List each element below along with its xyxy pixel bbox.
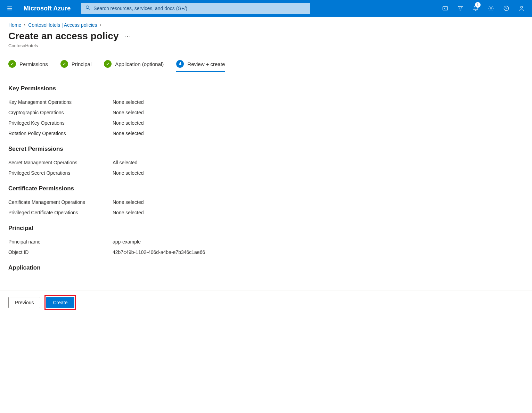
step-number-icon: 4 bbox=[176, 60, 184, 68]
step-label: Application (optional) bbox=[115, 61, 164, 67]
step-label: Principal bbox=[72, 61, 92, 67]
kv-key: Privileged Certificate Operations bbox=[8, 210, 113, 215]
kv-row: Object ID42b7c49b-1102-406d-a4ba-e7b346c… bbox=[8, 247, 524, 257]
kv-value: All selected bbox=[113, 160, 138, 165]
directories-filter-icon[interactable] bbox=[453, 0, 468, 17]
more-actions-icon[interactable]: ··· bbox=[124, 33, 132, 40]
kv-value: None selected bbox=[113, 99, 144, 105]
section-application-title: Application bbox=[8, 264, 524, 271]
section-certificate-permissions-title: Certificate Permissions bbox=[8, 185, 524, 192]
page-subtitle: ContosoHotels bbox=[0, 43, 532, 57]
feedback-icon[interactable] bbox=[514, 0, 529, 17]
previous-button[interactable]: Previous bbox=[8, 297, 40, 308]
kv-row: Rotation Policy OperationsNone selected bbox=[8, 128, 524, 139]
hamburger-menu-icon[interactable] bbox=[3, 1, 17, 15]
check-icon bbox=[60, 60, 68, 68]
chevron-right-icon: › bbox=[24, 23, 25, 27]
check-icon bbox=[104, 60, 112, 68]
kv-value: None selected bbox=[113, 199, 144, 205]
kv-key: Privileged Secret Operations bbox=[8, 170, 113, 176]
breadcrumb: Home › ContosoHotels | Access policies › bbox=[0, 17, 532, 31]
check-icon bbox=[8, 60, 16, 68]
kv-key: Secret Management Operations bbox=[8, 160, 113, 165]
kv-key: Certificate Management Operations bbox=[8, 199, 113, 205]
section-secret-permissions-title: Secret Permissions bbox=[8, 146, 524, 152]
kv-key: Cryptographic Operations bbox=[8, 110, 113, 115]
notification-badge: 1 bbox=[475, 2, 481, 8]
kv-value: None selected bbox=[113, 110, 144, 115]
page-title: Create an access policy bbox=[8, 31, 119, 42]
search-input[interactable] bbox=[81, 3, 310, 14]
section-principal-title: Principal bbox=[8, 225, 524, 232]
kv-value: None selected bbox=[113, 210, 144, 215]
top-bar: Microsoft Azure 1 bbox=[0, 0, 532, 17]
kv-key: Object ID bbox=[8, 249, 113, 255]
kv-row: Privileged Secret OperationsNone selecte… bbox=[8, 168, 524, 178]
kv-row: Certificate Management OperationsNone se… bbox=[8, 197, 524, 207]
kv-value: None selected bbox=[113, 170, 144, 176]
step-permissions[interactable]: Permissions bbox=[8, 57, 48, 71]
settings-gear-icon[interactable] bbox=[483, 0, 499, 17]
kv-value: None selected bbox=[113, 120, 144, 126]
kv-key: Privileged Key Operations bbox=[8, 120, 113, 126]
page-header: Create an access policy ··· bbox=[0, 31, 532, 43]
step-label: Review + create bbox=[187, 61, 225, 67]
kv-row: Privileged Key OperationsNone selected bbox=[8, 118, 524, 128]
kv-value: 42b7c49b-1102-406d-a4ba-e7b346c1ae66 bbox=[113, 249, 205, 255]
section-key-permissions-title: Key Permissions bbox=[8, 85, 524, 92]
kv-value: app-example bbox=[113, 239, 141, 245]
step-label: Permissions bbox=[19, 61, 48, 67]
cloud-shell-icon[interactable] bbox=[437, 0, 453, 17]
global-search bbox=[81, 3, 310, 14]
notifications-icon[interactable]: 1 bbox=[468, 0, 483, 17]
kv-row: Key Management OperationsNone selected bbox=[8, 97, 524, 107]
breadcrumb-home[interactable]: Home bbox=[8, 22, 21, 28]
kv-key: Principal name bbox=[8, 239, 113, 245]
kv-row: Privileged Certificate OperationsNone se… bbox=[8, 207, 524, 218]
step-principal[interactable]: Principal bbox=[60, 57, 92, 71]
highlight-box: Create bbox=[44, 295, 76, 310]
wizard-steps: Permissions Principal Application (optio… bbox=[0, 57, 532, 71]
review-content: Key Permissions Key Management Operation… bbox=[0, 71, 532, 290]
brand-label[interactable]: Microsoft Azure bbox=[24, 5, 71, 12]
kv-row: Secret Management OperationsAll selected bbox=[8, 157, 524, 168]
kv-key: Key Management Operations bbox=[8, 99, 113, 105]
step-review-create[interactable]: 4 Review + create bbox=[176, 57, 225, 71]
kv-value: None selected bbox=[113, 131, 144, 136]
help-icon[interactable] bbox=[499, 0, 514, 17]
wizard-footer: Previous Create bbox=[0, 290, 532, 315]
kv-key: Rotation Policy Operations bbox=[8, 131, 113, 136]
kv-row: Principal nameapp-example bbox=[8, 237, 524, 247]
chevron-right-icon: › bbox=[100, 23, 101, 27]
svg-point-5 bbox=[521, 6, 523, 8]
svg-line-1 bbox=[89, 8, 90, 9]
svg-rect-2 bbox=[443, 7, 448, 10]
create-button[interactable]: Create bbox=[46, 297, 74, 308]
search-icon bbox=[85, 5, 91, 12]
svg-point-3 bbox=[490, 8, 492, 9]
svg-point-0 bbox=[86, 6, 89, 9]
step-application[interactable]: Application (optional) bbox=[104, 57, 164, 71]
kv-row: Cryptographic OperationsNone selected bbox=[8, 107, 524, 118]
breadcrumb-resource[interactable]: ContosoHotels | Access policies bbox=[28, 22, 97, 28]
